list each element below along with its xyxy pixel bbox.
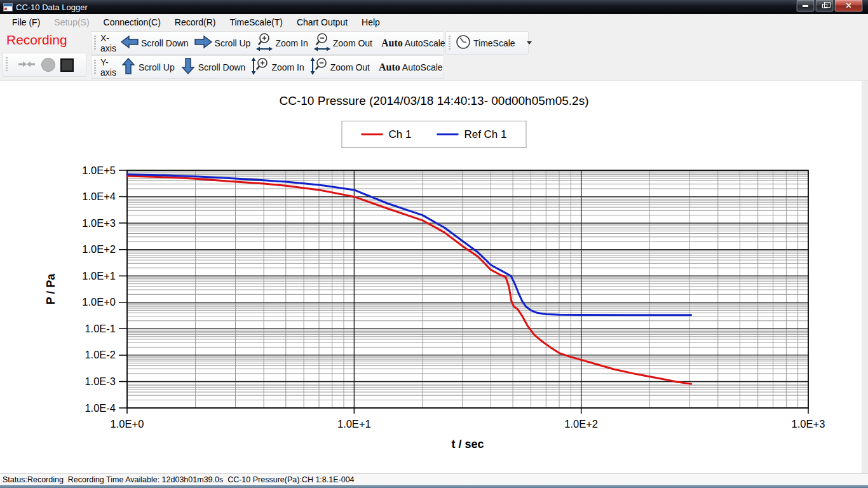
x-axis-label: X-axis xyxy=(100,33,116,53)
menu-help[interactable]: Help xyxy=(355,15,387,29)
window-title: CC-10 Data Logger xyxy=(16,3,88,12)
x-autoscale-button[interactable]: AutoScale xyxy=(405,38,445,48)
pressure-log-log-plot[interactable]: 1.0E+51.0E+41.0E+31.0E+21.0E+11.0E+01.0E… xyxy=(0,81,868,473)
statusbar: Status:Recording Recording Time Availabl… xyxy=(0,473,868,485)
series-ref-ch-1 xyxy=(127,174,691,315)
window-controls: ✕ xyxy=(796,0,863,12)
y-scroll-down-button[interactable]: Scroll Down xyxy=(198,62,246,72)
minimize-button[interactable] xyxy=(796,0,815,12)
menu-file[interactable]: File (F) xyxy=(5,15,47,29)
x-tick-label: 1.0E+0 xyxy=(111,418,144,430)
y-tick-label: 1.0E-4 xyxy=(85,402,116,414)
menu-setup: Setup(S) xyxy=(47,15,96,29)
x-axis-title: t / sec xyxy=(451,438,484,451)
timescale-button[interactable]: TimeScale xyxy=(473,38,515,48)
x-zoom-in-icon[interactable] xyxy=(255,32,273,54)
x-tick-label: 1.0E+3 xyxy=(792,418,825,430)
x-zoom-out-icon[interactable] xyxy=(313,32,331,54)
arrow-left-icon[interactable] xyxy=(120,34,139,51)
major-gridlines xyxy=(127,170,808,408)
clock-icon[interactable] xyxy=(455,34,471,52)
timescale-toolstrip: TimeScale xyxy=(445,31,529,55)
y-tick-label: 1.0E+0 xyxy=(82,296,116,308)
arrow-right-icon[interactable] xyxy=(194,34,213,51)
y-tick-label: 1.0E-1 xyxy=(85,323,116,334)
y-zoom-out-button[interactable]: Zoom Out xyxy=(330,62,370,72)
titlebar: CC-10 Data Logger ✕ xyxy=(0,0,868,14)
y-tick-label: 1.0E-2 xyxy=(85,349,116,360)
toolbar-zone: Recording X-axis Scroll Down Scroll U xyxy=(0,30,868,81)
axis-ticks xyxy=(119,170,808,414)
y-zoom-out-icon[interactable] xyxy=(309,57,329,78)
restore-icon xyxy=(822,4,827,8)
connect-icon[interactable] xyxy=(17,58,36,72)
app-icon xyxy=(3,3,13,11)
menu-chart-output[interactable]: Chart Output xyxy=(290,15,355,29)
x-scroll-down-button[interactable]: Scroll Down xyxy=(141,38,189,48)
caret-down-icon[interactable] xyxy=(527,41,532,44)
taskbar-edge xyxy=(0,485,868,488)
y-zoom-in-icon[interactable] xyxy=(250,57,269,78)
record-button xyxy=(41,58,55,72)
y-axis-toolstrip: Y-axis Scroll Up Scroll Down Zoom In xyxy=(91,55,444,79)
plot-border xyxy=(127,170,808,408)
y-axis-label: Y-axis xyxy=(100,57,116,78)
auto-icon[interactable]: Auto xyxy=(381,37,403,49)
y-tick-label: 1.0E-3 xyxy=(85,376,116,387)
minimize-icon xyxy=(803,5,808,7)
y-tick-label: 1.0E+1 xyxy=(82,270,116,281)
menu-timescale[interactable]: TimeScale(T) xyxy=(222,15,290,29)
y-tick-label: 1.0E+2 xyxy=(82,243,116,255)
y-zoom-in-button[interactable]: Zoom In xyxy=(271,62,304,72)
toolstrip-grip[interactable] xyxy=(449,36,451,51)
x-axis-toolstrip: X-axis Scroll Down Scroll Up Zoom In xyxy=(91,31,444,55)
app-window: CC-10 Data Logger ✕ File (F) Setup(S) Co… xyxy=(0,0,868,488)
toolstrip-grip[interactable] xyxy=(6,57,8,72)
menubar: File (F) Setup(S) Connection(C) Record(R… xyxy=(0,14,868,30)
close-icon: ✕ xyxy=(845,2,851,10)
auto-icon[interactable]: Auto xyxy=(379,62,400,73)
y-tick-label: 1.0E+5 xyxy=(82,165,116,176)
y-autoscale-button[interactable]: AutoScale xyxy=(402,62,443,72)
menu-connection[interactable]: Connection(C) xyxy=(97,15,168,29)
arrow-up-icon[interactable] xyxy=(120,57,137,77)
chart-panel: CC-10 Pressure (2014/03/18 14:40:13- 00d… xyxy=(0,81,868,473)
y-scroll-up-button[interactable]: Scroll Up xyxy=(139,62,175,72)
x-tick-label: 1.0E+1 xyxy=(337,418,371,430)
restore-button[interactable] xyxy=(815,0,834,12)
x-zoom-in-button[interactable]: Zoom In xyxy=(275,38,308,48)
stop-button[interactable] xyxy=(60,58,74,72)
toolstrip-grip[interactable] xyxy=(94,60,96,75)
x-scroll-up-button[interactable]: Scroll Up xyxy=(215,38,251,48)
arrow-down-icon[interactable] xyxy=(180,57,196,77)
close-button[interactable]: ✕ xyxy=(834,0,863,12)
y-tick-label: 1.0E+4 xyxy=(82,191,116,202)
menu-record[interactable]: Record(R) xyxy=(168,15,223,29)
x-tick-label: 1.0E+2 xyxy=(564,418,598,430)
toolstrip-grip[interactable] xyxy=(94,36,96,51)
record-toolstrip xyxy=(3,53,86,77)
recording-status-label: Recording xyxy=(6,32,67,48)
status-text: Status:Recording Recording Time Availabl… xyxy=(3,475,355,484)
minor-gridlines xyxy=(127,170,808,408)
x-zoom-out-button[interactable]: Zoom Out xyxy=(333,38,372,48)
y-tick-label: 1.0E+3 xyxy=(82,217,116,229)
y-axis-title: P / Pa xyxy=(44,273,57,305)
